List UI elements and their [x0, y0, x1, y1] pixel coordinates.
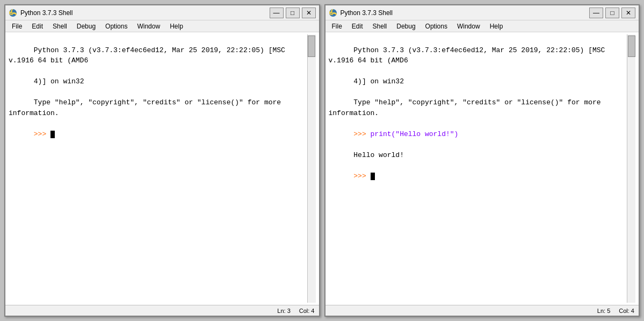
- output1-right: Hello world!: [353, 151, 404, 159]
- title-bar-right-section: Python 3.7.3 Shell: [329, 9, 393, 17]
- status-col-left: Col: 4: [299, 308, 315, 314]
- close-button-right[interactable]: ✕: [621, 8, 635, 18]
- status-ln-left: Ln: 3: [277, 308, 290, 314]
- menu-window-right[interactable]: Window: [453, 22, 484, 31]
- status-bar-right: Ln: 5 Col: 4: [325, 305, 639, 316]
- menu-bar-right: File Edit Shell Debug Options Window Hel…: [325, 20, 639, 32]
- title-bar-left: Python 3.7.3 Shell — □ ✕: [5, 5, 319, 20]
- scrollbar-left[interactable]: [307, 34, 316, 303]
- startup-line1-left: Python 3.7.3 (v3.7.3:ef4ec6ed12, Mar 25 …: [9, 46, 290, 65]
- menu-shell-left[interactable]: Shell: [48, 22, 71, 31]
- cursor-left: [50, 131, 55, 138]
- command1-right: print("Hello world!"): [371, 130, 459, 138]
- menu-options-right[interactable]: Options: [421, 22, 452, 31]
- shell-area-left[interactable]: Python 3.7.3 (v3.7.3:ef4ec6ed12, Mar 25 …: [5, 32, 319, 305]
- menu-options-left[interactable]: Options: [101, 22, 132, 31]
- startup-line2-right: 4)] on win32: [353, 77, 404, 85]
- python-icon-right: [329, 9, 337, 17]
- window-title-left: Python 3.7.3 Shell: [20, 9, 73, 17]
- prompt1-left: >>>: [34, 130, 50, 138]
- python-icon: [9, 9, 17, 17]
- menu-help-left[interactable]: Help: [165, 22, 187, 31]
- scrollbar-right[interactable]: [627, 34, 635, 303]
- status-ln-right: Ln: 5: [597, 308, 610, 314]
- prompt2-right: >>>: [353, 172, 370, 180]
- scrollbar-thumb-left[interactable]: [308, 35, 315, 57]
- startup-line1-right: Python 3.7.3 (v3.7.3:ef4ec6ed12, Mar 25 …: [329, 46, 610, 65]
- cursor-right: [371, 173, 375, 180]
- menu-debug-left[interactable]: Debug: [73, 22, 100, 31]
- title-bar-left-section: Python 3.7.3 Shell: [9, 9, 73, 17]
- menu-shell-right[interactable]: Shell: [368, 22, 392, 31]
- menu-debug-right[interactable]: Debug: [392, 22, 419, 31]
- svg-point-1: [11, 11, 12, 12]
- menu-file-left[interactable]: File: [8, 22, 26, 31]
- maximize-button-right[interactable]: □: [605, 8, 619, 18]
- shell-content-left[interactable]: Python 3.7.3 (v3.7.3:ef4ec6ed12, Mar 25 …: [9, 34, 307, 303]
- python-shell-window-right: Python 3.7.3 Shell — □ ✕ File Edit Shell…: [324, 4, 640, 317]
- maximize-button-left[interactable]: □: [286, 8, 300, 18]
- title-bar-right: Python 3.7.3 Shell — □ ✕: [325, 5, 639, 20]
- title-buttons-left: — □ ✕: [270, 8, 316, 18]
- shell-area-right[interactable]: Python 3.7.3 (v3.7.3:ef4ec6ed12, Mar 25 …: [325, 32, 639, 305]
- menu-file-right[interactable]: File: [328, 22, 346, 31]
- menu-help-right[interactable]: Help: [486, 22, 508, 31]
- menu-bar-left: File Edit Shell Debug Options Window Hel…: [5, 20, 319, 32]
- scrollbar-thumb-right[interactable]: [628, 35, 635, 57]
- minimize-button-right[interactable]: —: [589, 8, 603, 18]
- minimize-button-left[interactable]: —: [270, 8, 284, 18]
- status-bar-left: Ln: 3 Col: 4: [5, 305, 319, 316]
- window-title-right: Python 3.7.3 Shell: [341, 9, 393, 17]
- menu-window-left[interactable]: Window: [133, 22, 164, 31]
- svg-point-2: [13, 14, 15, 15]
- menu-edit-right[interactable]: Edit: [348, 22, 367, 31]
- svg-point-5: [334, 14, 335, 15]
- startup-line3-right: Type "help", "copyright", "credits" or "…: [329, 98, 605, 117]
- shell-content-right[interactable]: Python 3.7.3 (v3.7.3:ef4ec6ed12, Mar 25 …: [329, 34, 627, 303]
- menu-edit-left[interactable]: Edit: [27, 22, 47, 31]
- close-button-left[interactable]: ✕: [302, 8, 316, 18]
- startup-line3-left: Type "help", "copyright", "credits" or "…: [9, 98, 285, 117]
- status-col-right: Col: 4: [619, 308, 634, 314]
- svg-point-4: [331, 11, 332, 12]
- title-buttons-right: — □ ✕: [589, 8, 635, 18]
- python-shell-window-left: Python 3.7.3 Shell — □ ✕ File Edit Shell…: [4, 4, 320, 317]
- startup-line2-left: 4)] on win32: [34, 77, 84, 85]
- prompt1-right: >>>: [353, 130, 370, 138]
